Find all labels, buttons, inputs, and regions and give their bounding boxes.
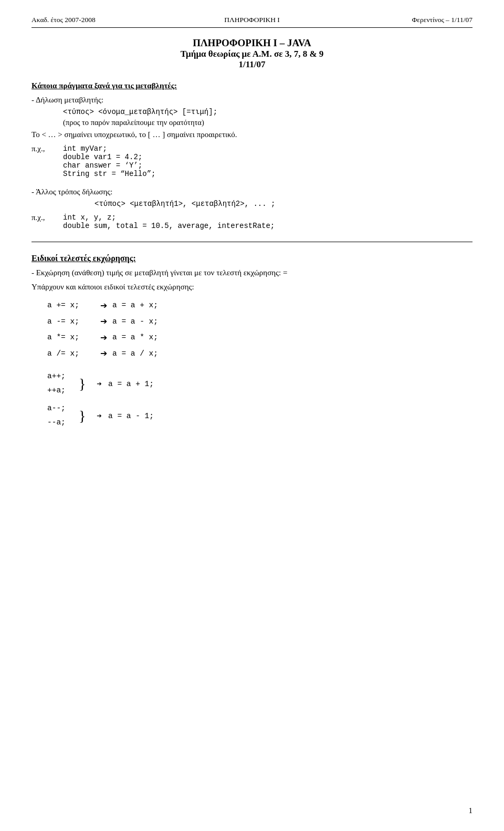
operator-table: a += x; ➔ a = a + x; a -= x; ➔ a = a - x… [47, 298, 472, 362]
alt-heading: - Άλλος τρόπος δήλωσης: [32, 188, 472, 196]
incr-ppa: ++a; [47, 383, 79, 398]
section1-heading: Κάποια πράγματα ξανά για τις μεταβλητές: [32, 81, 472, 90]
main-title-line1: ΠΛΗΡΟΦΟΡΙΚΗ Ι – JAVA [32, 37, 472, 49]
example1-label: π.χ., [32, 144, 63, 153]
section1-bullet1: - Δήλωση μεταβλητής: [32, 96, 472, 105]
op-arrow-2: ➔ [94, 314, 112, 329]
op-row-1: a += x; ➔ a = a + x; [47, 298, 472, 314]
code-line-1: int myVar; [63, 144, 155, 153]
section-operators: Ειδικοί τελεστές εκχώρησης: - Εκχώρηση (… [32, 254, 472, 430]
op-row-2: a -= x; ➔ a = a - x; [47, 314, 472, 329]
code-line-2: double var1 = 4.2; [63, 153, 155, 161]
example2-code: int x, y, z; double sum, total = 10.5, a… [63, 213, 275, 230]
incr-app: a++; [47, 369, 79, 384]
op-right-1: a = a + x; [112, 298, 158, 313]
decr-mma: --a; [47, 416, 79, 430]
op-arrow-3: ➔ [94, 330, 112, 346]
op-row-3: a *= x; ➔ a = a * x; [47, 330, 472, 346]
alt-syntax: <τύπος> <μεταβλητή1>, <μεταβλητή2>, ... … [94, 200, 472, 208]
op-arrow-4: ➔ [94, 346, 112, 361]
op-left-2: a -= x; [47, 315, 94, 329]
section2-bullet2: Υπάρχουν και κάποιοι ειδικοί τελεστές εκ… [32, 283, 472, 292]
op-right-3: a = a * x; [112, 330, 158, 345]
increment-section: a++; ++a; } ➔ a = a + 1; a--; --a; } ➔ [47, 369, 472, 430]
decr-amm: a--; [47, 401, 79, 416]
section2-bullet1: - Εκχώρηση (ανάθεση) τιμής σε μεταβλητή … [32, 268, 472, 277]
op-left-3: a *= x; [47, 330, 94, 345]
header-right: Φερεντίνος – 1/11/07 [326, 16, 472, 24]
section1-note2: Το < … > σημαίνει υποχρεωτικό, το [ … ] … [32, 130, 472, 139]
page: Ακαδ. έτος 2007-2008 ΠΛΗΡΟΦΟΡΙΚΗ Ι Φερεν… [0, 0, 504, 831]
op-row-4: a /= x; ➔ a = a / x; [47, 346, 472, 361]
divider [32, 242, 472, 242]
page-number: 1 [469, 806, 473, 815]
header-left: Ακαδ. έτος 2007-2008 [32, 16, 178, 24]
op-arrow-1: ➔ [94, 298, 112, 314]
example2-label: π.χ., [32, 213, 63, 222]
section1-note: (προς το παρόν παραλείπουμε την ορατότητ… [63, 118, 472, 127]
code-line-3: char answer = ‘Y’; [63, 161, 155, 170]
example1-code: int myVar; double var1 = 4.2; char answe… [63, 144, 155, 178]
op-right-4: a = a / x; [112, 347, 158, 361]
op-right-2: a = a - x; [112, 315, 158, 329]
main-title-line3: 1/11/07 [32, 59, 472, 70]
op-left-1: a += x; [47, 298, 94, 313]
main-title-line2: Τμήμα θεωρίας με Α.Μ. σε 3, 7, 8 & 9 [32, 49, 472, 59]
code-line-4: String str = “Hello”; [63, 170, 155, 178]
code-line-5: int x, y, z; [63, 213, 275, 222]
header-center: ΠΛΗΡΟΦΟΡΙΚΗ Ι [178, 16, 326, 24]
page-header: Ακαδ. έτος 2007-2008 ΠΛΗΡΟΦΟΡΙΚΗ Ι Φερεν… [32, 16, 472, 28]
section2-heading: Ειδικοί τελεστές εκχώρησης: [32, 254, 472, 263]
section1-syntax: <τύπος> <όνομα_μεταβλητής> [=τιμή]; [63, 108, 472, 116]
op-left-4: a /= x; [47, 347, 94, 361]
main-title-block: ΠΛΗΡΟΦΟΡΙΚΗ Ι – JAVA Τμήμα θεωρίας με Α.… [32, 37, 472, 70]
section-variables: Κάποια πράγματα ξανά για τις μεταβλητές:… [32, 81, 472, 230]
code-line-6: double sum, total = 10.5, average, inter… [63, 222, 275, 230]
